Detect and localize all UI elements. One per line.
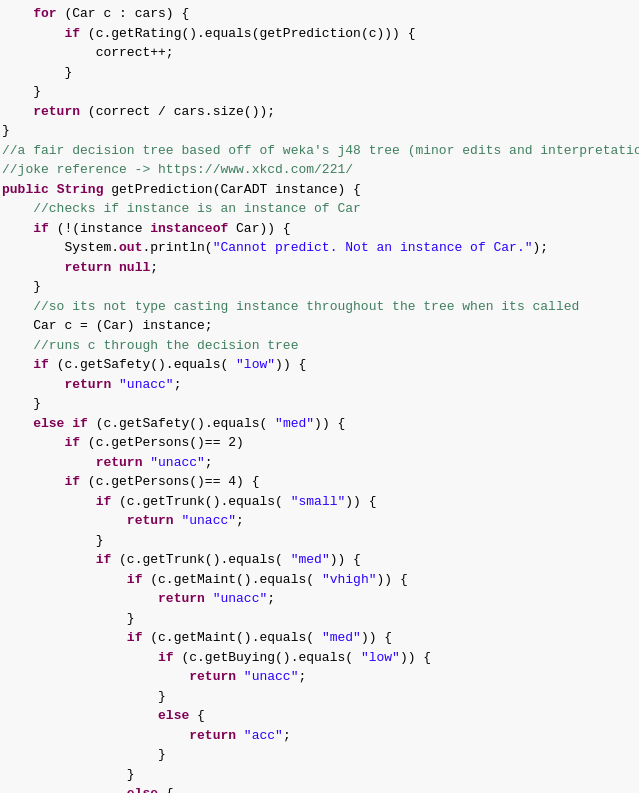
token-comment: //so its not type casting instance throu…: [33, 299, 579, 314]
token-plain: Car)) {: [228, 221, 290, 236]
token-kw: else: [127, 786, 158, 793]
token-plain: }: [96, 533, 104, 548]
indent: [2, 240, 64, 255]
token-kw: null: [119, 260, 150, 275]
token-kw: return: [158, 591, 205, 606]
token-str: "unacc": [181, 513, 236, 528]
token-str: "med": [275, 416, 314, 431]
token-str: "unacc": [150, 455, 205, 470]
line-content: }: [2, 609, 637, 629]
indent: [2, 630, 127, 645]
token-plain: ;: [267, 591, 275, 606]
indent: [2, 84, 33, 99]
indent: [2, 591, 158, 606]
code-line: //so its not type casting instance throu…: [0, 297, 639, 317]
code-line: return (correct / cars.size());: [0, 102, 639, 122]
token-comment: //checks if instance is an instance of C…: [33, 201, 361, 216]
token-str: "unacc": [244, 669, 299, 684]
token-kw: String: [57, 182, 104, 197]
line-content: return "unacc";: [2, 453, 637, 473]
token-kw: return: [127, 513, 174, 528]
token-plain: }: [127, 611, 135, 626]
token-kw: return: [64, 260, 111, 275]
token-plain: (c.getTrunk().equals(: [111, 552, 290, 567]
line-content: return "unacc";: [2, 375, 637, 395]
line-content: if (!(instance instanceof Car)) {: [2, 219, 637, 239]
token-str: "low": [361, 650, 400, 665]
indent: [2, 572, 127, 587]
token-kw: return: [96, 455, 143, 470]
indent: [2, 279, 33, 294]
indent: [2, 357, 33, 372]
token-plain: )) {: [314, 416, 345, 431]
indent: [2, 45, 96, 60]
indent: [2, 747, 158, 762]
line-content: }: [2, 687, 637, 707]
line-content: //joke reference -> https://www.xkcd.com…: [2, 160, 637, 180]
indent: [2, 396, 33, 411]
token-plain: {: [158, 786, 174, 793]
line-content: if (c.getMaint().equals( "med")) {: [2, 628, 637, 648]
line-content: if (c.getBuying().equals( "low")) {: [2, 648, 637, 668]
token-kw: if: [96, 552, 112, 567]
token-str: "low": [236, 357, 275, 372]
code-line: //checks if instance is an instance of C…: [0, 199, 639, 219]
token-plain: ;: [298, 669, 306, 684]
line-content: }: [2, 82, 637, 102]
token-plain: (c.getSafety().equals(: [49, 357, 236, 372]
line-content: public String getPrediction(CarADT insta…: [2, 180, 637, 200]
indent: [2, 728, 189, 743]
token-plain: ;: [150, 260, 158, 275]
token-plain: }: [158, 689, 166, 704]
token-kw: if: [64, 474, 80, 489]
token-plain: )) {: [275, 357, 306, 372]
token-kw: return: [189, 728, 236, 743]
token-plain: }: [158, 747, 166, 762]
token-plain: }: [33, 396, 41, 411]
code-line: if (c.getTrunk().equals( "small")) {: [0, 492, 639, 512]
code-line: if (c.getBuying().equals( "low")) {: [0, 648, 639, 668]
line-content: //checks if instance is an instance of C…: [2, 199, 637, 219]
token-plain: ;: [283, 728, 291, 743]
line-content: //runs c through the decision tree: [2, 336, 637, 356]
code-line: }: [0, 63, 639, 83]
code-line: }: [0, 609, 639, 629]
token-plain: {: [189, 708, 205, 723]
line-content: if (c.getPersons()== 4) {: [2, 472, 637, 492]
token-str: "unacc": [119, 377, 174, 392]
token-str: "small": [291, 494, 346, 509]
line-content: if (c.getTrunk().equals( "small")) {: [2, 492, 637, 512]
code-line: }: [0, 82, 639, 102]
indent: [2, 650, 158, 665]
indent: [2, 377, 64, 392]
token-plain: }: [127, 767, 135, 782]
line-content: System.out.println("Cannot predict. Not …: [2, 238, 637, 258]
token-kw: if: [64, 435, 80, 450]
line-content: return null;: [2, 258, 637, 278]
token-plain: }: [33, 84, 41, 99]
code-line: }: [0, 765, 639, 785]
indent: [2, 689, 158, 704]
line-content: correct++;: [2, 43, 637, 63]
token-kw: public: [2, 182, 49, 197]
indent: [2, 494, 96, 509]
token-plain: ;: [205, 455, 213, 470]
line-content: }: [2, 765, 637, 785]
token-plain: (c.getMaint().equals(: [142, 572, 321, 587]
code-line: }: [0, 687, 639, 707]
token-plain: }: [2, 123, 10, 138]
token-kw: else: [158, 708, 189, 723]
code-line: if (c.getPersons()== 2): [0, 433, 639, 453]
line-content: }: [2, 394, 637, 414]
token-plain: getPrediction(CarADT instance) {: [103, 182, 360, 197]
token-str: "acc": [244, 728, 283, 743]
indent: [2, 513, 127, 528]
indent: [2, 455, 96, 470]
line-content: return "unacc";: [2, 589, 637, 609]
code-line: else {: [0, 784, 639, 793]
token-plain: (correct / cars.size());: [80, 104, 275, 119]
token-kw: return: [33, 104, 80, 119]
indent: [2, 104, 33, 119]
code-line: System.out.println("Cannot predict. Not …: [0, 238, 639, 258]
token-plain: [205, 591, 213, 606]
